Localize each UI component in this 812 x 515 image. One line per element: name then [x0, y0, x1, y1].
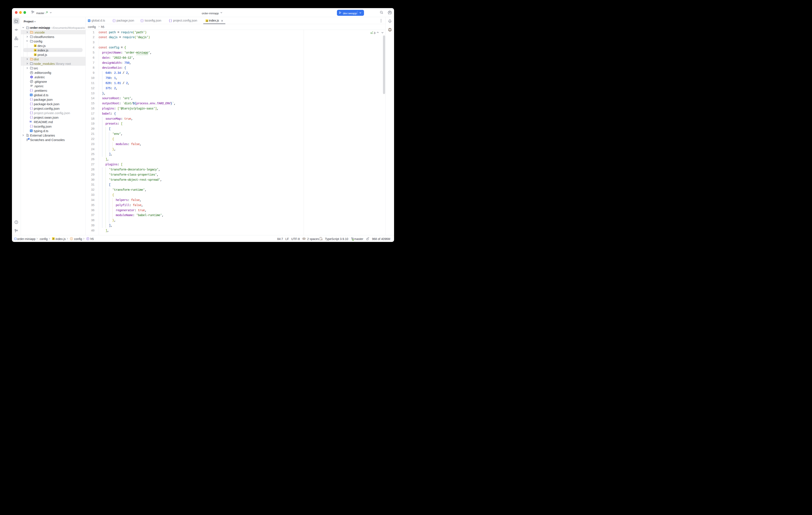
svg-text:V: V [71, 238, 72, 240]
svg-text:P: P [87, 238, 88, 240]
